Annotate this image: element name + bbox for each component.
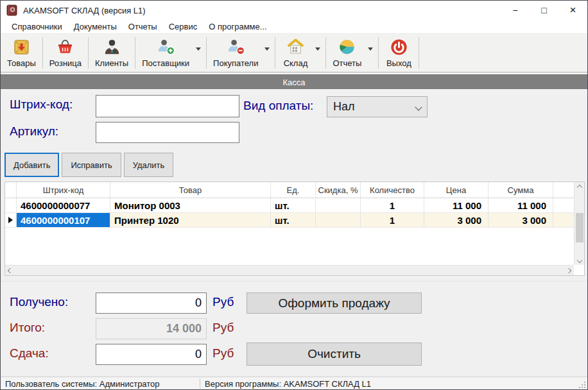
resize-grip-icon[interactable] bbox=[579, 382, 586, 389]
add-button[interactable]: Добавить bbox=[4, 153, 59, 177]
scroll-up-button[interactable] bbox=[575, 182, 585, 192]
statusbar: Пользователь системы: Администратор Верс… bbox=[1, 377, 587, 390]
toolbar-warehouse-dropdown[interactable] bbox=[314, 35, 324, 71]
toolbar-reports-button[interactable]: Отчеты bbox=[327, 35, 367, 71]
toolbar-exit-label: Выход bbox=[386, 58, 411, 68]
chevron-down-icon bbox=[368, 47, 373, 51]
cell-unit[interactable]: шт. bbox=[271, 198, 316, 212]
chevron-down-icon bbox=[577, 257, 582, 262]
cell-unit[interactable]: шт. bbox=[271, 213, 316, 227]
edit-button[interactable]: Исправить bbox=[62, 153, 121, 177]
clients-person-icon bbox=[102, 37, 122, 57]
cell-sum[interactable]: 3 000 bbox=[489, 213, 553, 227]
toolbar-goods-label: Товары bbox=[7, 58, 36, 68]
toolbar-clients-button[interactable]: Клиенты bbox=[90, 35, 134, 71]
clear-button[interactable]: Очистить bbox=[246, 343, 422, 366]
cell-sum[interactable]: 11 000 bbox=[489, 198, 553, 212]
cell-discount[interactable] bbox=[316, 198, 361, 212]
scroll-down-button[interactable] bbox=[575, 255, 585, 265]
horizontal-scrollbar[interactable] bbox=[5, 265, 574, 275]
goods-box-icon bbox=[12, 37, 31, 57]
cell-product[interactable]: Принтер 1020 bbox=[110, 213, 271, 227]
titlebar: AKAMSOFT СКЛАД (версия L1) − □ × bbox=[1, 1, 587, 20]
total-field bbox=[96, 318, 207, 339]
menu-servis[interactable]: Сервис bbox=[163, 21, 203, 33]
status-version: Версия программы: AKAMSOFT СКЛАД L1 bbox=[205, 379, 371, 389]
article-label: Артикул: bbox=[10, 124, 58, 139]
col-header-product[interactable]: Товар bbox=[110, 182, 271, 198]
cell-barcode[interactable]: 4600000000107 bbox=[17, 213, 110, 227]
menu-o-programme[interactable]: О программе... bbox=[203, 21, 272, 33]
payment-type-value: Нал bbox=[333, 100, 355, 114]
cell-price[interactable]: 3 000 bbox=[424, 213, 489, 227]
toolbar-suppliers-button[interactable]: Поставщики bbox=[137, 35, 195, 71]
warehouse-house-icon bbox=[286, 37, 306, 57]
toolbar-retail-button[interactable]: Розница bbox=[44, 35, 87, 71]
toolbar-suppliers-label: Поставщики bbox=[142, 58, 189, 68]
chevron-down-icon bbox=[264, 47, 270, 51]
article-input[interactable] bbox=[96, 122, 239, 143]
received-label: Получено: bbox=[10, 295, 68, 309]
toolbar-exit-button[interactable]: Выход bbox=[380, 35, 417, 71]
row-selector-cell[interactable] bbox=[5, 213, 17, 227]
chevron-down-icon bbox=[315, 47, 320, 51]
menu-dokumenty[interactable]: Документы bbox=[68, 21, 123, 33]
toolbar-reports-dropdown[interactable] bbox=[367, 35, 377, 71]
cell-discount[interactable] bbox=[316, 213, 361, 227]
row-selector-cell[interactable] bbox=[5, 198, 17, 212]
received-input[interactable] bbox=[96, 292, 207, 314]
menu-otchety[interactable]: Отчеты bbox=[123, 21, 163, 33]
toolbar-goods-button[interactable]: Товары bbox=[2, 35, 41, 71]
close-icon[interactable]: × bbox=[558, 1, 587, 20]
minimize-icon[interactable]: − bbox=[501, 1, 530, 20]
col-header-sum[interactable]: Сумма bbox=[489, 182, 553, 198]
table-row-selected[interactable]: 4600000000107 Принтер 1020 шт. 1 3 000 3… bbox=[5, 213, 574, 228]
payment-panel: Получено: Руб Итого: Руб Сдача: Руб Офор… bbox=[1, 281, 587, 371]
cell-qty[interactable]: 1 bbox=[361, 198, 424, 212]
toolbar-separator bbox=[275, 37, 275, 69]
checkout-button[interactable]: Оформить продажу bbox=[246, 292, 422, 314]
buyer-remove-icon bbox=[226, 37, 246, 57]
cell-barcode[interactable]: 4600000000077 bbox=[17, 198, 110, 212]
col-header-unit[interactable]: Ед. bbox=[271, 182, 316, 198]
exit-power-icon bbox=[389, 37, 409, 57]
scan-form-panel: Штрих-код: Артикул: Вид оплаты: Нал bbox=[1, 89, 587, 149]
grid-header-selector bbox=[5, 182, 17, 198]
menu-spravochniki[interactable]: Справочники bbox=[6, 21, 68, 33]
change-currency: Руб bbox=[212, 346, 234, 360]
reports-pie-icon bbox=[337, 37, 357, 57]
toolbar-buyers-dropdown[interactable] bbox=[263, 35, 273, 71]
grid-box: Штрих-код Товар Ед. Скидка, % Количество… bbox=[4, 182, 585, 276]
total-label: Итого: bbox=[10, 321, 45, 335]
col-header-discount[interactable]: Скидка, % bbox=[316, 182, 361, 198]
change-input[interactable] bbox=[96, 344, 207, 365]
vertical-scrollbar[interactable] bbox=[574, 182, 584, 265]
table-row[interactable]: 4600000000077 Монитор 0003 шт. 1 11 000 … bbox=[5, 198, 574, 213]
change-label: Сдача: bbox=[10, 346, 49, 360]
total-currency: Руб bbox=[212, 321, 234, 335]
cell-filler bbox=[553, 213, 574, 227]
section-header-kassa: Касса bbox=[1, 74, 587, 89]
status-divider bbox=[200, 378, 200, 389]
received-currency: Руб bbox=[212, 295, 234, 309]
toolbar-buyers-label: Покупатели bbox=[213, 58, 258, 68]
payment-type-select[interactable]: Нал bbox=[327, 96, 428, 117]
row-actions: Добавить Исправить Удалить bbox=[1, 149, 587, 180]
col-header-price[interactable]: Цена bbox=[424, 182, 489, 198]
col-header-qty[interactable]: Количество bbox=[361, 182, 424, 198]
col-header-filler bbox=[553, 182, 574, 198]
barcode-input[interactable] bbox=[96, 95, 239, 117]
spacer bbox=[1, 371, 587, 377]
cell-qty[interactable]: 1 bbox=[361, 213, 424, 227]
maximize-icon[interactable]: □ bbox=[530, 1, 558, 20]
cell-product[interactable]: Монитор 0003 bbox=[110, 198, 271, 212]
vertical-scroll-thumb[interactable] bbox=[576, 213, 584, 242]
toolbar-buyers-button[interactable]: Покупатели bbox=[208, 35, 263, 71]
sale-items-grid: Штрих-код Товар Ед. Скидка, % Количество… bbox=[1, 180, 587, 276]
col-header-barcode[interactable]: Штрих-код bbox=[17, 182, 110, 198]
delete-button[interactable]: Удалить bbox=[124, 153, 174, 177]
toolbar-warehouse-button[interactable]: Склад bbox=[277, 35, 314, 71]
toolbar-suppliers-dropdown[interactable] bbox=[195, 35, 205, 71]
toolbar-separator bbox=[88, 37, 89, 69]
cell-price[interactable]: 11 000 bbox=[424, 198, 489, 212]
